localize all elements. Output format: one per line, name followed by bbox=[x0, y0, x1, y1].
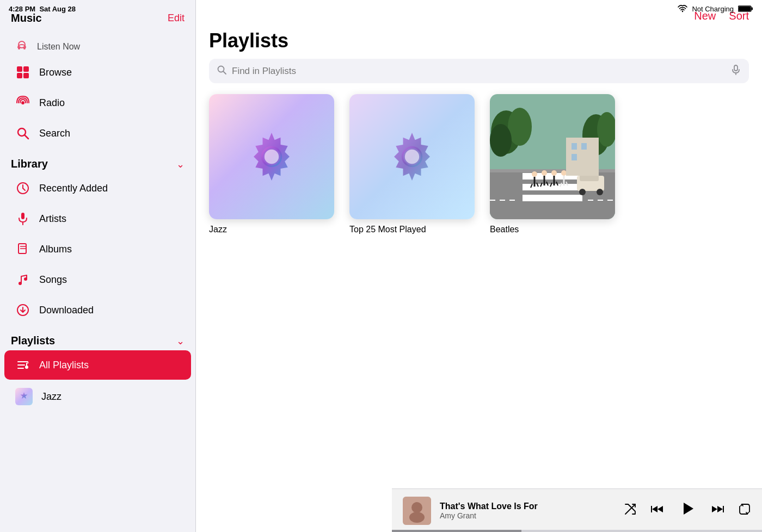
now-playing-info: That's What Love Is For Amy Grant bbox=[440, 502, 615, 520]
playlists-chevron-icon[interactable]: ⌄ bbox=[176, 335, 185, 347]
svg-rect-30 bbox=[734, 65, 738, 71]
search-input[interactable] bbox=[232, 66, 725, 77]
svg-point-52 bbox=[597, 189, 603, 195]
svg-rect-6 bbox=[23, 73, 29, 78]
playlist-card-beatles[interactable]: Beatles bbox=[490, 94, 615, 234]
svg-point-18 bbox=[19, 282, 22, 285]
nav-item-albums[interactable]: Albums bbox=[4, 234, 191, 264]
page-title-area: Playlists bbox=[196, 25, 762, 59]
search-bar[interactable] bbox=[209, 59, 749, 83]
album-icon bbox=[15, 242, 30, 257]
main-header: New Sort bbox=[196, 0, 762, 25]
svg-point-75 bbox=[409, 512, 425, 523]
mic-icon bbox=[15, 211, 30, 226]
svg-rect-82 bbox=[723, 506, 724, 512]
nav-item-jazz-playlist[interactable]: Jazz bbox=[4, 381, 191, 412]
clock-icon bbox=[15, 181, 30, 196]
library-section-header: Library ⌄ bbox=[0, 152, 195, 172]
svg-rect-3 bbox=[17, 66, 22, 72]
nav-item-search[interactable]: Search bbox=[4, 119, 191, 148]
download-icon bbox=[15, 302, 30, 318]
svg-rect-70 bbox=[572, 143, 577, 150]
sort-button[interactable]: Sort bbox=[729, 10, 749, 22]
playlist-card-top25[interactable]: Top 25 Most Played bbox=[349, 94, 475, 234]
downloaded-label: Downloaded bbox=[39, 305, 94, 316]
listen-now-label: Listen Now bbox=[37, 42, 80, 52]
all-playlists-label: All Playlists bbox=[39, 360, 89, 371]
nav-item-radio[interactable]: Radio bbox=[4, 88, 191, 117]
svg-point-51 bbox=[579, 189, 586, 195]
playlists-section-title: Playlists bbox=[11, 335, 55, 347]
note-icon bbox=[15, 272, 30, 287]
library-title: Library bbox=[11, 158, 48, 170]
shuffle-button[interactable] bbox=[624, 503, 637, 519]
nav-item-downloaded[interactable]: Downloaded bbox=[4, 295, 191, 325]
svg-rect-78 bbox=[651, 506, 652, 512]
fast-forward-button[interactable] bbox=[710, 502, 725, 520]
recently-added-label: Recently Added bbox=[39, 183, 108, 194]
now-playing-title: That's What Love Is For bbox=[440, 502, 615, 511]
svg-point-39 bbox=[490, 124, 512, 157]
svg-line-12 bbox=[23, 188, 25, 190]
playlists-section-header: Playlists ⌄ bbox=[0, 329, 195, 349]
svg-line-27 bbox=[27, 363, 28, 363]
svg-rect-4 bbox=[23, 66, 29, 72]
sidebar-title: Music bbox=[11, 12, 42, 24]
radio-label: Radio bbox=[39, 97, 65, 109]
svg-rect-46 bbox=[523, 195, 582, 201]
songs-label: Songs bbox=[39, 274, 67, 286]
mic-search-icon[interactable] bbox=[730, 64, 741, 78]
rewind-button[interactable] bbox=[650, 502, 665, 520]
new-button[interactable]: New bbox=[694, 10, 716, 22]
now-playing-controls bbox=[624, 499, 751, 522]
nav-item-artists[interactable]: Artists bbox=[4, 204, 191, 233]
jazz-thumb-icon bbox=[15, 388, 33, 405]
search-bar-icon bbox=[217, 65, 226, 77]
svg-point-35 bbox=[405, 150, 419, 164]
sidebar-scroll: Listen Now Browse bbox=[0, 34, 195, 532]
top25-playlist-name: Top 25 Most Played bbox=[349, 225, 426, 234]
now-playing-thumb bbox=[403, 497, 431, 525]
playlist-card-jazz[interactable]: Jazz bbox=[209, 94, 334, 234]
play-button[interactable] bbox=[678, 499, 697, 522]
albums-label: Albums bbox=[39, 244, 72, 255]
svg-marker-79 bbox=[684, 503, 693, 515]
svg-point-54 bbox=[532, 171, 537, 177]
jazz-thumb bbox=[209, 94, 334, 219]
nav-item-listen-now[interactable]: Listen Now bbox=[4, 35, 191, 57]
svg-marker-80 bbox=[712, 506, 717, 512]
search-label: Search bbox=[39, 128, 70, 139]
header-actions: New Sort bbox=[694, 10, 749, 22]
headphones-icon bbox=[15, 39, 28, 54]
svg-point-58 bbox=[542, 170, 547, 176]
radio-icon bbox=[15, 95, 30, 110]
now-playing-bar: That's What Love Is For Amy Grant bbox=[392, 488, 762, 532]
sidebar-edit-button[interactable]: Edit bbox=[168, 13, 185, 24]
svg-point-66 bbox=[561, 170, 567, 176]
svg-marker-77 bbox=[657, 506, 663, 512]
sidebar-header: Music Edit bbox=[0, 0, 195, 34]
page-title: Playlists bbox=[209, 29, 749, 52]
svg-line-29 bbox=[223, 71, 226, 74]
beatles-thumb bbox=[490, 94, 615, 219]
list-music-icon bbox=[15, 357, 30, 373]
svg-rect-5 bbox=[17, 73, 22, 78]
library-chevron-icon[interactable]: ⌄ bbox=[176, 158, 185, 170]
nav-item-browse[interactable]: Browse bbox=[4, 58, 191, 87]
jazz-playlist-name: Jazz bbox=[209, 225, 227, 234]
main-content: New Sort Playlists bbox=[196, 0, 762, 532]
browse-icon bbox=[15, 65, 30, 80]
nav-item-songs[interactable]: Songs bbox=[4, 265, 191, 294]
progress-bar-fill bbox=[392, 530, 521, 532]
progress-bar-container[interactable] bbox=[392, 530, 762, 532]
nav-item-recently-added[interactable]: Recently Added bbox=[4, 174, 191, 203]
artists-label: Artists bbox=[39, 213, 66, 225]
search-nav-icon bbox=[15, 126, 30, 141]
nav-item-all-playlists[interactable]: All Playlists bbox=[4, 350, 191, 380]
now-playing-artist: Amy Grant bbox=[440, 511, 615, 520]
svg-rect-13 bbox=[21, 213, 24, 219]
svg-point-62 bbox=[551, 170, 557, 176]
svg-point-7 bbox=[21, 101, 24, 104]
repeat-button[interactable] bbox=[738, 503, 751, 519]
svg-rect-71 bbox=[581, 143, 587, 150]
